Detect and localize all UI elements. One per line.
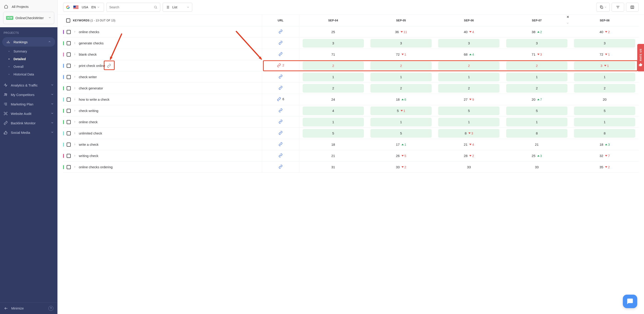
chevron-right-icon[interactable] [74, 165, 76, 169]
col-date-4[interactable]: SEP-08 [571, 15, 638, 26]
nav-item-rankings[interactable]: Rankings [2, 37, 55, 47]
row-checkbox[interactable] [67, 142, 71, 147]
link-icon[interactable] [107, 64, 111, 68]
row-checkbox[interactable] [67, 64, 71, 68]
link-icon[interactable] [278, 120, 282, 124]
link-icon[interactable] [278, 30, 282, 34]
url-cell[interactable] [262, 72, 299, 83]
rank-value: 2 [536, 64, 538, 68]
delta-up: 3 [537, 154, 542, 158]
copy-button[interactable] [596, 3, 610, 12]
url-cell[interactable] [262, 150, 299, 162]
subnav-historical-data[interactable]: Historical Data [0, 70, 58, 78]
svg-rect-8 [5, 113, 6, 114]
row-checkbox[interactable] [67, 75, 71, 79]
nav-item-social-media[interactable]: Social Media [0, 128, 58, 137]
col-date-2[interactable]: SEP-06 [435, 15, 503, 26]
project-selector[interactable]: OCW OnlineCheckWriter [3, 12, 54, 24]
delta-down: 1 [605, 53, 610, 56]
chevron-right-icon[interactable] [74, 52, 76, 56]
row-checkbox[interactable] [67, 41, 71, 45]
chevron-right-icon[interactable] [74, 30, 76, 34]
nav-item-my-competitors[interactable]: My Competitors [0, 90, 58, 99]
col-date-1[interactable]: SEP-05 [367, 15, 435, 26]
link-icon[interactable] [278, 41, 282, 45]
chevron-right-icon[interactable] [74, 86, 76, 90]
link-icon[interactable] [278, 142, 282, 146]
chevron-down-icon[interactable] [566, 22, 569, 25]
link-icon[interactable] [278, 86, 282, 90]
chat-button[interactable] [623, 295, 637, 308]
rate-us-tab[interactable]: RATE US [637, 44, 644, 72]
url-cell[interactable] [262, 162, 299, 173]
row-checkbox[interactable] [67, 86, 71, 90]
rank-value: 3 [536, 41, 538, 45]
url-cell[interactable]: 6 [262, 94, 299, 105]
link-icon[interactable] [278, 165, 282, 169]
rank-value: 3 [332, 41, 334, 45]
chevron-right-icon[interactable] [74, 142, 76, 146]
col-date-3[interactable]: ✕ SEP-07 [503, 15, 570, 26]
chevron-right-icon[interactable] [74, 120, 76, 124]
filter-button[interactable] [612, 3, 624, 12]
chevron-right-icon[interactable] [74, 154, 76, 158]
columns-button[interactable] [626, 3, 638, 12]
row-checkbox[interactable] [67, 154, 71, 158]
url-cell[interactable] [262, 83, 299, 94]
chevron-right-icon[interactable] [74, 98, 76, 101]
subnav-overall[interactable]: Overall [0, 63, 58, 70]
url-cell[interactable] [262, 49, 299, 60]
view-selector[interactable]: List [162, 3, 192, 12]
rank-value: 27 [464, 98, 468, 101]
col-url[interactable]: URL [262, 15, 299, 26]
minimize-button[interactable]: Minimize ? [0, 302, 58, 314]
link-icon[interactable]: 6 [277, 97, 284, 101]
rank-cell: 33 [503, 162, 570, 173]
keyword-text: write a check [79, 142, 99, 146]
all-projects-link[interactable]: All Projects [3, 3, 54, 12]
link-icon[interactable] [278, 108, 282, 112]
url-cell[interactable] [262, 116, 299, 128]
col-date-0[interactable]: SEP-04 [299, 15, 367, 26]
subnav-detailed[interactable]: Detailed [0, 55, 58, 63]
view-label: List [172, 6, 177, 9]
row-checkbox[interactable] [67, 131, 71, 136]
row-checkbox[interactable] [67, 165, 71, 169]
link-icon[interactable] [278, 131, 282, 135]
close-icon[interactable]: ✕ [566, 15, 569, 19]
search-input[interactable] [109, 6, 150, 9]
col-keywords[interactable]: KEYWORDS (1 - 13 OUT OF 13) [63, 15, 262, 26]
chevron-right-icon[interactable] [74, 131, 76, 135]
row-checkbox[interactable] [67, 109, 71, 113]
nav-item-analytics-traffic[interactable]: Analytics & Traffic [0, 80, 58, 90]
url-cell[interactable] [262, 139, 299, 150]
url-cell[interactable]: 2 [262, 60, 299, 72]
url-cell[interactable] [262, 26, 299, 38]
url-cell[interactable] [262, 128, 299, 139]
row-stripe [63, 120, 64, 124]
chevron-right-icon[interactable] [74, 75, 76, 79]
nav-item-website-audit[interactable]: Website Audit [0, 109, 58, 118]
row-checkbox[interactable] [67, 98, 71, 102]
chevron-right-icon[interactable] [74, 41, 76, 45]
link-icon[interactable] [278, 154, 282, 158]
link-icon[interactable] [278, 74, 282, 78]
chevron-right-icon[interactable] [74, 109, 76, 113]
select-all-checkbox[interactable] [66, 18, 70, 22]
search-engine-selector[interactable]: USA EN [63, 3, 104, 12]
url-cell[interactable] [262, 105, 299, 116]
subnav-summary[interactable]: Summary [0, 48, 58, 55]
link-icon[interactable] [278, 52, 282, 56]
link-icon[interactable]: 2 [277, 63, 284, 67]
row-checkbox[interactable] [67, 120, 71, 124]
row-checkbox[interactable] [67, 30, 71, 34]
nav-item-backlink-monitor[interactable]: Backlink Monitor [0, 118, 58, 128]
url-cell[interactable] [262, 38, 299, 49]
delta-down: 11 [400, 30, 407, 34]
chevron-right-icon[interactable] [74, 64, 76, 68]
rank-cell: 51 [367, 105, 435, 116]
nav-item-marketing-plan[interactable]: Marketing Plan [0, 99, 58, 109]
row-checkbox[interactable] [67, 52, 71, 56]
help-icon[interactable]: ? [48, 306, 53, 311]
search-box[interactable] [106, 3, 160, 12]
